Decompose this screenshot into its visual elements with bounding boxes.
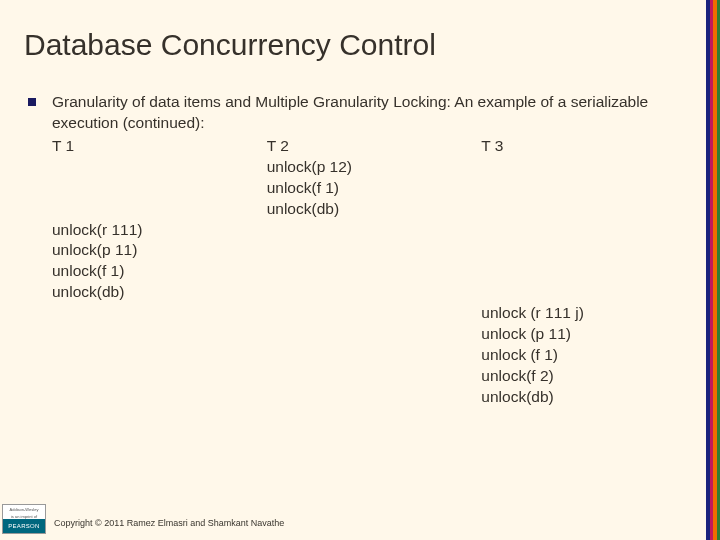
t1-empty1 (52, 157, 267, 220)
stripe-green (717, 0, 721, 540)
logo-bottom: PEARSON (3, 519, 45, 533)
t1-op1: unlock(r 111) (52, 220, 267, 241)
col-t3: T 3 (481, 136, 696, 157)
page-title: Database Concurrency Control (0, 0, 720, 62)
t2-ops: unlock(p 12) unlock(f 1) unlock(db) (267, 157, 482, 220)
slide: Database Concurrency Control Granularity… (0, 0, 720, 540)
t1-row: unlock(r 111) unlock(p 11) unlock(f 1) u… (52, 220, 696, 304)
side-stripe (706, 0, 720, 540)
t2-row: unlock(p 12) unlock(f 1) unlock(db) (52, 157, 696, 220)
t1-empty3 (52, 303, 267, 408)
t3-op4: unlock(f 2) (481, 366, 696, 387)
t2-op3: unlock(db) (267, 199, 482, 220)
t2-op1: unlock(p 12) (267, 157, 482, 178)
header-t1: T 1 (52, 136, 267, 157)
header-t3: T 3 (481, 136, 696, 157)
t1-op3: unlock(f 1) (52, 261, 267, 282)
copyright: Copyright © 2011 Ramez Elmasri and Shamk… (54, 518, 284, 534)
t1-op2: unlock(p 11) (52, 240, 267, 261)
intro-text: Granularity of data items and Multiple G… (52, 92, 696, 134)
t2-op2: unlock(f 1) (267, 178, 482, 199)
column-headers: T 1 T 2 T 3 (52, 136, 696, 157)
content: Granularity of data items and Multiple G… (0, 62, 720, 408)
t3-op5: unlock(db) (481, 387, 696, 408)
bullet-icon (28, 98, 36, 106)
pearson-logo: Addison-Wesley is an imprint of PEARSON (2, 504, 46, 534)
header-t2: T 2 (267, 136, 482, 157)
col-t1: T 1 (52, 136, 267, 157)
t1-ops: unlock(r 111) unlock(p 11) unlock(f 1) u… (52, 220, 267, 304)
t3-op1: unlock (r 111 j) (481, 303, 696, 324)
logo-top: Addison-Wesley is an imprint of (3, 505, 45, 519)
t3-op3: unlock (f 1) (481, 345, 696, 366)
t1-op4: unlock(db) (52, 282, 267, 303)
t2-empty3 (267, 303, 482, 408)
t3-row: unlock (r 111 j) unlock (p 11) unlock (f… (52, 303, 696, 408)
t3-op2: unlock (p 11) (481, 324, 696, 345)
col-t2: T 2 (267, 136, 482, 157)
logo-line1: Addison-Wesley (3, 506, 45, 513)
t2-empty2 (267, 220, 482, 304)
t3-empty2 (481, 220, 696, 304)
t3-ops: unlock (r 111 j) unlock (p 11) unlock (f… (481, 303, 696, 408)
footer: Addison-Wesley is an imprint of PEARSON … (0, 504, 720, 534)
body-text: Granularity of data items and Multiple G… (52, 92, 696, 408)
t3-empty1 (481, 157, 696, 220)
